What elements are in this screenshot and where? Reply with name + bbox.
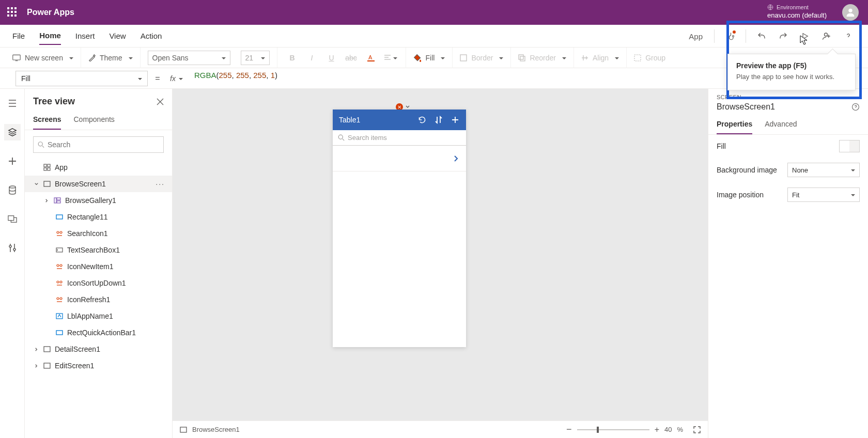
preview-refresh-icon[interactable]: [417, 115, 427, 124]
tooltip-title: Preview the app (F5): [736, 61, 847, 70]
preview-tooltip: Preview the app (F5) Play the app to see…: [727, 54, 856, 90]
zoom-in-button[interactable]: +: [655, 425, 659, 434]
font-size-dropdown[interactable]: 21: [234, 48, 277, 68]
rail-media[interactable]: [4, 211, 21, 227]
border-button[interactable]: Border: [453, 48, 511, 68]
preview-search[interactable]: Search items: [333, 130, 466, 146]
preview-list-item[interactable]: [333, 146, 466, 171]
zoom-out-button[interactable]: −: [566, 424, 572, 435]
align-button[interactable]: Align: [574, 48, 627, 68]
svg-point-30: [57, 281, 59, 283]
preview-sort-icon[interactable]: [434, 115, 443, 124]
align-text-button[interactable]: [383, 50, 398, 66]
prop-bg-dropdown[interactable]: None: [787, 163, 860, 177]
search-icon: [38, 141, 44, 148]
tree-search[interactable]: [33, 136, 164, 153]
svg-rect-16: [44, 164, 47, 167]
menu-insert[interactable]: Insert: [75, 27, 95, 44]
tree-search-input[interactable]: [48, 140, 159, 149]
tree-node-browsescreen[interactable]: BrowseScreen1 ···: [25, 176, 172, 192]
rail-hamburger[interactable]: [4, 95, 21, 112]
phone-preview[interactable]: Table1 Search items: [333, 110, 466, 347]
tree-node-iconrefresh[interactable]: IconRefresh1: [25, 291, 172, 308]
svg-rect-35: [56, 331, 63, 335]
rail-insert[interactable]: [4, 153, 21, 169]
group-button[interactable]: Group: [627, 48, 673, 68]
tree-node-app[interactable]: App: [25, 159, 172, 176]
close-icon: [157, 98, 164, 105]
environment-block[interactable]: Environment enavu.com (default): [767, 3, 827, 20]
menu-app[interactable]: App: [689, 32, 703, 41]
svg-rect-10: [634, 55, 641, 61]
rail-advanced[interactable]: [4, 240, 21, 256]
close-tree-button[interactable]: [157, 98, 164, 105]
chevron-right-icon: [34, 347, 39, 352]
bold-button[interactable]: B: [285, 50, 300, 66]
tree-title: Tree view: [33, 96, 75, 107]
tree-node-rectquick[interactable]: RectQuickActionBar1: [25, 324, 172, 341]
tab-properties[interactable]: Properties: [717, 117, 752, 134]
underline-button[interactable]: U: [324, 50, 339, 66]
rail-data[interactable]: [4, 182, 21, 198]
help-button[interactable]: [839, 27, 858, 45]
fit-to-screen-button[interactable]: [693, 426, 701, 433]
font-name-dropdown[interactable]: Open Sans: [141, 48, 234, 68]
tab-components[interactable]: Components: [73, 111, 114, 130]
status-screen-name: BrowseScreen1: [192, 426, 240, 433]
screen-icon: [180, 427, 187, 433]
property-dropdown[interactable]: Fill: [16, 71, 148, 86]
svg-point-11: [9, 186, 16, 188]
svg-point-38: [338, 135, 343, 139]
italic-button[interactable]: I: [304, 50, 320, 66]
svg-rect-37: [44, 363, 50, 368]
screen-icon: [43, 346, 51, 352]
svg-rect-39: [180, 427, 187, 432]
zoom-slider[interactable]: [577, 429, 649, 430]
rail-tree-view[interactable]: [4, 124, 21, 140]
fill-button[interactable]: Fill: [406, 48, 453, 68]
new-screen-button[interactable]: New screen: [5, 48, 81, 68]
tree-node-lblappname[interactable]: LblAppName1: [25, 308, 172, 324]
menu-action[interactable]: Action: [141, 27, 162, 44]
prop-fill-swatch[interactable]: [839, 140, 860, 152]
design-canvas[interactable]: ✕ Table1 Search items BrowseScre: [173, 89, 708, 438]
notification-dot-icon: [732, 30, 736, 34]
tree-node-iconsort[interactable]: IconSortUpDown1: [25, 275, 172, 291]
font-color-button[interactable]: A: [363, 50, 379, 66]
menu-home[interactable]: Home: [39, 27, 61, 45]
tab-screens[interactable]: Screens: [33, 111, 61, 130]
properties-help-button[interactable]: [851, 103, 860, 111]
app-checker-button[interactable]: [721, 27, 739, 45]
menu-row: File Home Insert View Action App: [0, 25, 868, 48]
tree-node-searchicon[interactable]: SearchIcon1: [25, 225, 172, 242]
user-avatar[interactable]: [842, 4, 859, 21]
waffle-icon[interactable]: [7, 7, 18, 18]
menu-file[interactable]: File: [12, 27, 25, 44]
tree-node-iconnewitem[interactable]: IconNewItem1: [25, 258, 172, 275]
prop-imgpos-dropdown[interactable]: Fit: [787, 187, 860, 202]
tree-node-detailscreen[interactable]: DetailScreen1: [25, 341, 172, 357]
top-right-tools: App: [689, 25, 858, 48]
more-icon[interactable]: ···: [156, 180, 168, 188]
undo-button[interactable]: [752, 27, 771, 45]
tab-advanced[interactable]: Advanced: [765, 117, 797, 134]
share-button[interactable]: [817, 27, 836, 45]
fx-button[interactable]: fx: [167, 71, 186, 86]
theme-button[interactable]: Theme: [81, 48, 141, 68]
person-plus-icon: [822, 32, 831, 41]
tree-node-editscreen[interactable]: EditScreen1: [25, 357, 172, 374]
brand-label: Power Apps: [27, 8, 74, 17]
svg-point-15: [38, 142, 42, 146]
strike-button[interactable]: abc: [344, 50, 359, 66]
reorder-button[interactable]: Reorder: [511, 48, 574, 68]
preview-add-icon[interactable]: [451, 115, 460, 124]
cursor-icon: [800, 35, 808, 45]
database-icon: [8, 185, 17, 195]
tree-node-textsearchbox[interactable]: TextSearchBox1: [25, 242, 172, 258]
redo-button[interactable]: [774, 27, 793, 45]
border-icon: [460, 54, 467, 61]
menu-view[interactable]: View: [109, 27, 126, 44]
svg-rect-22: [57, 198, 60, 200]
tree-node-rectangle11[interactable]: Rectangle11: [25, 209, 172, 225]
tree-node-gallery[interactable]: BrowseGallery1: [25, 192, 172, 209]
